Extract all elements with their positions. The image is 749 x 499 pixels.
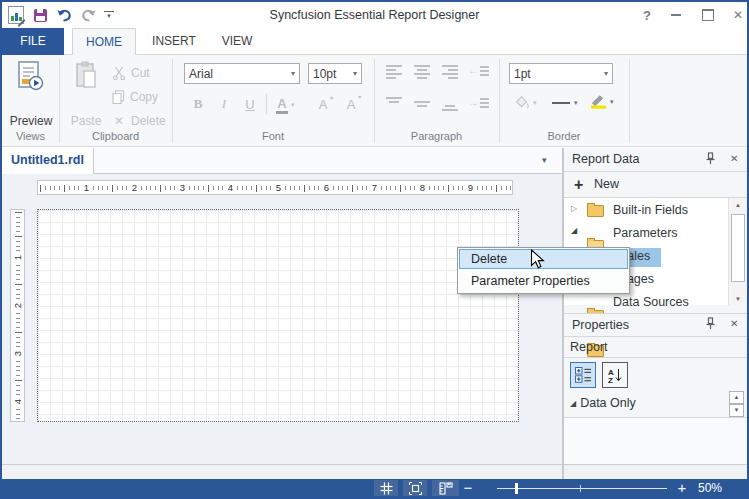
expander-collapsed-icon[interactable]: ▷ [571,204,577,213]
properties-scroll-up-button[interactable]: ▲ [729,391,744,404]
tab-insert[interactable]: INSERT [144,28,204,55]
plus-icon: + [678,479,687,496]
underline-icon: U [245,97,254,112]
close-button[interactable]: ✕ [727,4,749,26]
scroll-up-icon[interactable]: ▲ [729,198,747,208]
ruler-icon [439,482,453,495]
preview-label: Preview [10,114,53,128]
align-left-icon [386,65,402,79]
increase-indent-button[interactable]: → [468,97,489,108]
line-style-button[interactable]: ▾ [552,96,578,110]
preview-button[interactable]: Preview [6,59,56,131]
decrease-indent-button[interactable]: ← [468,65,489,76]
toggle-margins-button[interactable] [403,480,427,496]
report-design-canvas[interactable] [37,209,519,422]
align-center-icon [414,65,430,79]
font-family-select[interactable]: Arial ▾ [184,63,300,84]
toggle-ruler-button[interactable] [432,480,459,496]
pin-panel-button[interactable] [705,152,716,168]
alphabetical-sort-button[interactable]: A Z [602,362,628,388]
scrollbar-thumb[interactable] [731,214,745,282]
align-left-button[interactable] [386,65,402,79]
font-size-select[interactable]: 10pt ▾ [308,63,362,84]
align-center-button[interactable] [414,65,430,79]
font-color-button[interactable]: A ▾ [276,94,308,116]
categorized-view-button[interactable] [570,362,596,388]
zoom-out-button[interactable]: − [460,479,476,497]
delete-button[interactable]: ✕ Delete [112,111,170,131]
paste-icon [75,61,97,89]
fill-bucket-icon [514,96,530,110]
italic-button[interactable]: I [214,94,234,114]
zoom-slider-thumb[interactable] [515,483,518,494]
help-icon: ? [643,8,651,23]
group-label-clipboard: Clipboard [59,130,172,142]
shrink-font-icon: A▾ [347,97,356,112]
chevron-down-icon: ▾ [291,69,295,78]
maximize-button[interactable] [697,4,719,26]
copy-button[interactable]: Copy [112,87,170,107]
close-icon: ✕ [733,8,743,22]
pin-properties-button[interactable] [705,317,716,333]
zoom-slider-track[interactable] [497,488,667,489]
toggle-grid-button[interactable] [374,480,398,496]
mouse-cursor [530,249,545,273]
section-expander-icon: ◢ [570,399,576,408]
font-size-value: 10pt [313,67,336,81]
minimize-button[interactable] [665,4,687,26]
bottom-strip [2,464,747,479]
tab-file[interactable]: FILE [2,28,64,55]
close-properties-button[interactable]: ✕ [730,318,738,329]
data-only-section-header[interactable]: ◢ Data Only [570,396,636,410]
report-data-title: Report Data [572,152,639,166]
close-icon: ✕ [730,153,738,164]
border-color-button[interactable]: ▾ [590,94,614,109]
paste-button[interactable]: Paste [64,59,108,131]
categorized-icon [575,367,592,383]
valign-bottom-button[interactable] [442,105,458,111]
delete-icon: ✕ [112,114,126,128]
shrink-font-button[interactable]: A▾ [340,94,362,114]
align-right-button[interactable] [442,65,458,79]
tab-home[interactable]: HOME [72,28,136,55]
scroll-down-icon[interactable]: ▼ [729,296,747,302]
app-window: ▾ Syncfusion Essential Report Designer ?… [0,0,749,499]
cut-label: Cut [131,66,150,80]
minus-icon: − [464,479,473,496]
valign-middle-button[interactable] [414,101,430,107]
underline-button[interactable]: U [240,94,260,114]
cut-button[interactable]: Cut [112,63,170,83]
close-panel-button[interactable]: ✕ [730,153,738,164]
divider [266,94,267,114]
valign-top-button[interactable] [386,97,402,103]
chevron-down-icon: ▾ [353,69,357,78]
tab-list-dropdown[interactable]: ▾ [542,155,547,165]
chevron-down-icon: ▾ [542,155,547,165]
tree-scrollbar[interactable]: ▲ ▼ [728,198,747,305]
bold-button[interactable]: B [188,94,208,114]
zoom-in-button[interactable]: + [674,479,690,497]
cursor-arrow-icon [530,249,545,270]
menu-item-parameter-properties[interactable]: Parameter Properties [458,270,629,292]
grow-font-button[interactable]: A▴ [312,94,334,114]
fill-color-button[interactable]: ▾ [514,96,537,110]
italic-icon: I [222,96,226,112]
tree-item-parameters[interactable]: Parameters [613,223,678,244]
help-button[interactable]: ? [636,4,658,26]
properties-scroll-down-button[interactable]: ▼ [729,404,744,417]
tree-item-data-sources[interactable]: Data Sources [613,292,689,313]
tree-item-built-in-fields[interactable]: Built-in Fields [613,200,688,221]
close-icon: ✕ [730,318,738,329]
group-label-paragraph: Paragraph [374,130,499,142]
properties-empty-area [564,418,747,464]
report-data-panel-header: Report Data [564,148,747,172]
up-arrow-icon: ▲ [734,394,740,400]
document-tab[interactable]: Untitled1.rdl [2,148,94,174]
expander-expanded-icon[interactable]: ◢ [571,226,577,235]
border-width-select[interactable]: 1pt ▾ [509,63,613,84]
sort-az-icon: A Z [607,367,623,384]
new-button[interactable]: + New [564,172,747,198]
group-label-font: Font [172,130,374,142]
chevron-down-icon: ▾ [610,98,614,106]
tab-view[interactable]: VIEW [212,28,262,55]
